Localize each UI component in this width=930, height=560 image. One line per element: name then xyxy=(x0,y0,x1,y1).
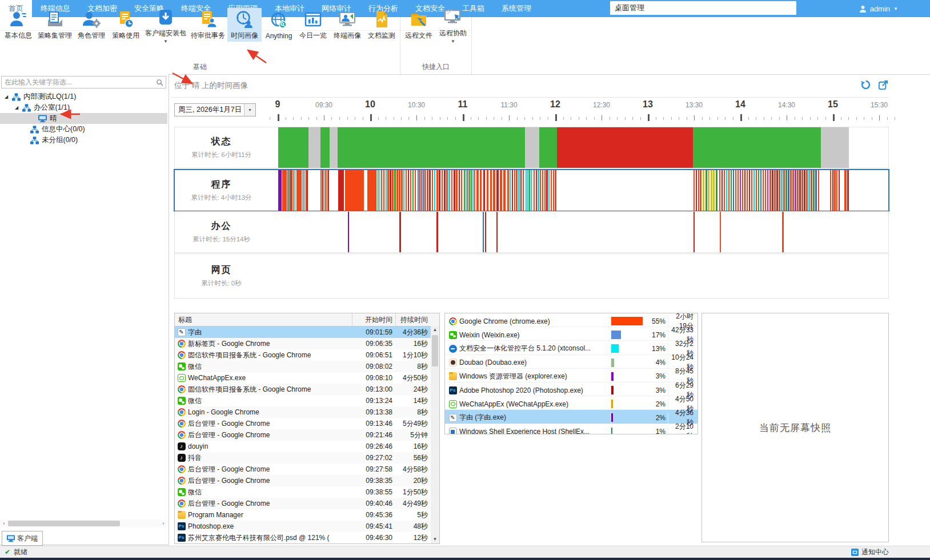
scrollbar-thumb[interactable] xyxy=(432,335,438,366)
table-row[interactable]: PsPhotoshop.exe09:45:4148秒 xyxy=(175,521,439,532)
table-row[interactable]: 微信09:13:2414秒 xyxy=(175,395,439,406)
timeline-segment xyxy=(785,170,787,211)
module-search-input[interactable] xyxy=(610,1,796,15)
column-duration[interactable]: 持续时间 xyxy=(395,313,439,326)
date-picker-value: 周三, 2026年1月7日 xyxy=(175,104,244,116)
table-row[interactable]: Windows 资源管理器 (explorer.exe)3%8分45秒 xyxy=(445,369,698,382)
tab-client[interactable]: 客户端 xyxy=(2,531,43,546)
table-row[interactable]: Doubao (Doubao.exe)4%10分24秒 xyxy=(445,355,698,369)
tree-item[interactable]: 晴 xyxy=(0,113,167,124)
ruler-tick xyxy=(339,117,340,120)
timeline-row-4[interactable]: 网页累计时长: 0秒 xyxy=(174,253,889,299)
ribbon-button-timeportrait[interactable]: 时间画像 xyxy=(227,8,262,42)
table-row[interactable]: Google Chrome (chrome.exe)55%2小时19分 xyxy=(445,313,698,327)
timeline-segment xyxy=(557,127,693,168)
table-row[interactable]: 文档安全一体化管控平台 5.1.20 (xtconsol...13%32分2秒 xyxy=(445,341,698,354)
table-row[interactable]: WeChatAppEx.exe09:08:104分50秒 xyxy=(175,372,439,384)
tree-item[interactable]: ◢办公室(1/1) xyxy=(0,102,167,113)
table-body: Google Chrome (chrome.exe)55%2小时19分Weixi… xyxy=(445,313,698,434)
tree-item[interactable]: 未分组(0/0) xyxy=(0,135,167,146)
ribbon-button-today[interactable]: 今日一览 xyxy=(296,8,330,42)
timeline-segment xyxy=(538,170,539,211)
table-row[interactable]: Windows Shell Experience Host (ShellEx..… xyxy=(445,424,698,435)
dropdown-caret-icon[interactable]: ▼ xyxy=(451,40,455,43)
column-start-time[interactable]: 开始时间 xyxy=(352,313,395,326)
table-row[interactable]: Login - Google Chrome09:13:388秒 xyxy=(175,406,439,418)
table-row[interactable]: 微信09:38:551分50秒 xyxy=(175,486,439,498)
table-row[interactable]: 微信09:08:028秒 xyxy=(175,361,439,372)
user-icon xyxy=(859,5,867,13)
table-row[interactable]: ✎字由09:01:594分36秒 xyxy=(175,327,439,338)
org-icon xyxy=(30,126,40,134)
timeline-segment xyxy=(776,170,777,211)
table-row[interactable]: 固信软件项目报备系统 - Google Chrome09:13:0024秒 xyxy=(175,384,439,395)
ribbon-button-remoteassist[interactable]: 远程协助▼ xyxy=(436,6,470,45)
timeline-segment xyxy=(804,170,805,211)
ribbon-button-policyset[interactable]: 策略集管理 xyxy=(35,8,74,42)
ribbon-button-anything[interactable]: Anything xyxy=(262,9,296,41)
table-row[interactable]: ♪douyin09:26:4616秒 xyxy=(175,441,439,452)
date-picker-dropdown[interactable]: ▼ xyxy=(244,104,255,116)
ruler-tick xyxy=(571,117,571,120)
sidebar-horizontal-scrollbar[interactable]: ‹ › xyxy=(0,519,167,527)
ribbon-button-termportrait[interactable]: 终端画像 xyxy=(330,8,364,42)
tree-expander-icon[interactable]: ◢ xyxy=(15,105,22,110)
ribbon-button-approve[interactable]: 待审批事务 xyxy=(189,8,227,42)
scroll-right-icon[interactable]: › xyxy=(159,521,167,526)
table-row[interactable]: Program Manager09:45:365秒 xyxy=(175,509,439,521)
tree-expander-icon[interactable]: ◢ xyxy=(5,94,12,99)
tree-item[interactable]: ◢内部测试LQ(1/1) xyxy=(0,91,167,102)
table-row[interactable]: 后台管理 - Google Chrome09:21:465分钟 xyxy=(175,429,439,441)
table-row[interactable]: WeChatAppEx (WeChatAppEx.exe)2%4分50秒 xyxy=(445,396,698,410)
table-row[interactable]: Ps苏州艾京赛伦电子科技有限公司.psd @ 121% (09:46:3012秒 xyxy=(175,532,439,543)
tree-item-label: 晴 xyxy=(48,114,57,123)
timeline-segment xyxy=(694,170,695,211)
ribbon-button-policyuse[interactable]: 策略使用 xyxy=(109,8,143,42)
timeline-segment xyxy=(516,170,517,211)
table-row[interactable]: 后台管理 - Google Chrome09:38:3520秒 xyxy=(175,475,439,486)
scroll-up-icon[interactable]: ▲ xyxy=(431,326,439,334)
folder-icon xyxy=(178,511,186,519)
scroll-left-icon[interactable]: ‹ xyxy=(0,521,8,526)
usage-bar xyxy=(611,428,612,434)
ribbon-button-row: 基本信息策略集管理角色管理策略使用客户端安装包▼待审批事务时间画像Anythin… xyxy=(0,17,400,31)
table-row[interactable]: PsAdobe Photoshop 2020 (Photoshop.exe)3%… xyxy=(445,382,698,396)
usage-bar-cell xyxy=(611,398,646,409)
scroll-down-icon[interactable]: ▼ xyxy=(431,535,439,543)
ruler-tick xyxy=(278,114,279,121)
ribbon-button-role[interactable]: 角色管理 xyxy=(74,8,109,42)
table-row[interactable]: ✎字由 (字由.exe)2%4分36秒 xyxy=(445,410,698,424)
tree-filter-input[interactable] xyxy=(2,76,153,88)
timeline-row-2[interactable]: 程序累计时长: 4小时13分 xyxy=(174,169,889,212)
ruler-tick xyxy=(424,117,425,120)
table-row[interactable]: 后台管理 - Google Chrome09:40:464分49秒 xyxy=(175,498,439,509)
refresh-button[interactable] xyxy=(860,79,871,90)
timeline-segment xyxy=(834,170,835,211)
dropdown-caret-icon[interactable]: ▼ xyxy=(163,40,168,43)
table-row[interactable]: ♪抖音09:27:0256秒 xyxy=(175,452,439,464)
column-title[interactable]: 标题 xyxy=(175,315,352,325)
ribbon-button-user[interactable]: 基本信息 xyxy=(1,8,35,42)
table-row[interactable]: 后台管理 - Google Chrome09:27:584分58秒 xyxy=(175,464,439,475)
timeline-row-1[interactable]: 状态累计时长: 6小时11分 xyxy=(174,127,889,168)
ribbon-button-docmonitor[interactable]: 文档监测 xyxy=(364,8,399,42)
user-menu[interactable]: admin ▼ xyxy=(859,0,898,17)
scrollbar-thumb[interactable] xyxy=(8,521,120,526)
ribbon-button-installer[interactable]: 客户端安装包▼ xyxy=(143,6,189,45)
notification-center[interactable]: 通知中心 xyxy=(851,547,889,557)
taskbar-strip xyxy=(0,558,930,560)
date-picker[interactable]: 周三, 2026年1月7日 ▼ xyxy=(174,103,256,116)
search-icon[interactable] xyxy=(153,76,166,88)
tree-item[interactable]: 信息中心(0/0) xyxy=(0,124,167,135)
timeline-row-3[interactable]: 办公累计时长: 15分14秒 xyxy=(174,211,889,253)
ruler-tick xyxy=(486,117,487,120)
vertical-scrollbar[interactable]: ▲ ▼ xyxy=(431,326,439,543)
menu-tab[interactable]: 系统管理 xyxy=(493,0,540,17)
ribbon-button-remotefile[interactable]: 远程文件 xyxy=(402,8,436,42)
export-button[interactable] xyxy=(878,79,889,90)
table-row[interactable]: 固信软件项目报备系统 - Google Chrome09:06:511分10秒 xyxy=(175,349,439,361)
table-row[interactable]: Weixin (Weixin.exe)17%42分33秒 xyxy=(445,327,698,341)
table-row[interactable]: 后台管理 - Google Chrome09:13:465分49秒 xyxy=(175,418,439,429)
table-row[interactable]: 新标签页 - Google Chrome09:06:3516秒 xyxy=(175,338,439,349)
docsec-icon xyxy=(449,345,457,353)
